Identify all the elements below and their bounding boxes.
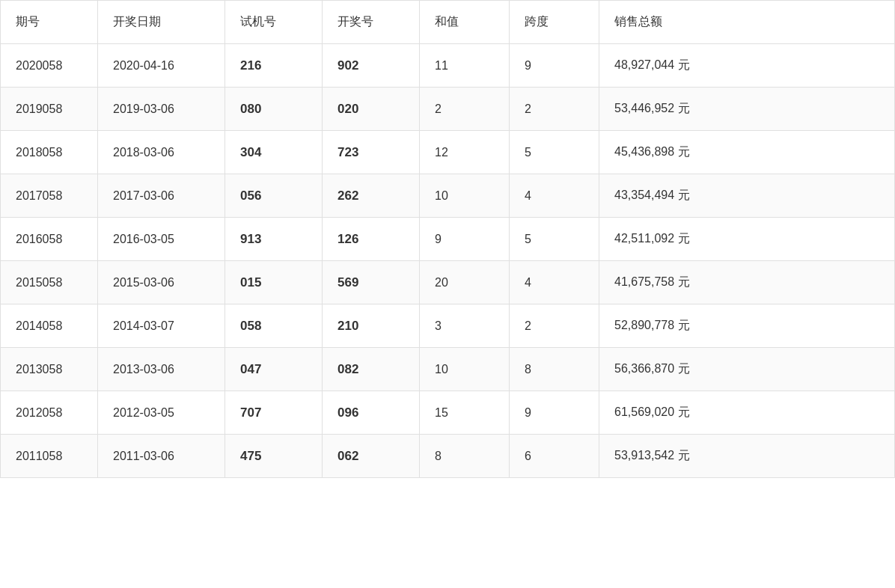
cell-qihao: 2016058: [1, 218, 98, 261]
cell-qihao: 2015058: [1, 261, 98, 304]
cell-shiji: 707: [225, 391, 323, 435]
header-xiaoshou: 销售总额: [599, 1, 895, 44]
cell-kaijang: 062: [323, 435, 420, 478]
cell-kaijang: 723: [323, 131, 420, 174]
cell-xiaoshou: 56,366,870 元: [599, 348, 895, 391]
cell-date: 2015-03-06: [98, 261, 225, 304]
cell-shiji: 056: [225, 174, 323, 218]
cell-kaijang: 262: [323, 174, 420, 218]
header-date: 开奖日期: [98, 1, 225, 44]
table-row: 20200582020-04-1621690211948,927,044 元: [1, 44, 895, 88]
cell-xiaoshou: 48,927,044 元: [599, 44, 895, 88]
bold-shiji: 913: [240, 232, 261, 246]
table-row: 20160582016-03-059131269542,511,092 元: [1, 218, 895, 261]
cell-kuadu: 4: [510, 174, 599, 218]
bold-kaijang: 723: [337, 145, 358, 159]
cell-date: 2018-03-06: [98, 131, 225, 174]
cell-date: 2013-03-06: [98, 348, 225, 391]
bold-kaijang: 096: [337, 405, 358, 420]
cell-kuadu: 5: [510, 218, 599, 261]
bold-shiji: 056: [240, 189, 261, 203]
cell-kuadu: 5: [510, 131, 599, 174]
bold-kaijang: 062: [337, 449, 358, 463]
bold-kaijang: 020: [337, 102, 358, 116]
cell-shiji: 913: [225, 218, 323, 261]
header-qihao: 期号: [1, 1, 98, 44]
cell-kuadu: 9: [510, 391, 599, 435]
cell-qihao: 2014058: [1, 304, 98, 348]
cell-shiji: 304: [225, 131, 323, 174]
cell-hezhi: 15: [420, 391, 510, 435]
cell-qihao: 2017058: [1, 174, 98, 218]
cell-date: 2012-03-05: [98, 391, 225, 435]
cell-hezhi: 10: [420, 348, 510, 391]
cell-kaijang: 126: [323, 218, 420, 261]
cell-date: 2011-03-06: [98, 435, 225, 478]
table-row: 20110582011-03-064750628653,913,542 元: [1, 435, 895, 478]
cell-hezhi: 10: [420, 174, 510, 218]
bold-kaijang: 569: [337, 275, 358, 290]
cell-xiaoshou: 45,436,898 元: [599, 131, 895, 174]
cell-shiji: 015: [225, 261, 323, 304]
cell-qihao: 2020058: [1, 44, 98, 88]
cell-shiji: 216: [225, 44, 323, 88]
cell-hezhi: 9: [420, 218, 510, 261]
cell-xiaoshou: 53,446,952 元: [599, 88, 895, 131]
bold-shiji: 216: [240, 58, 261, 73]
cell-hezhi: 2: [420, 88, 510, 131]
header-shiji: 试机号: [225, 1, 323, 44]
bold-kaijang: 210: [337, 319, 358, 333]
cell-date: 2016-03-05: [98, 218, 225, 261]
cell-kuadu: 4: [510, 261, 599, 304]
cell-kuadu: 2: [510, 88, 599, 131]
header-kaijang: 开奖号: [323, 1, 420, 44]
bold-kaijang: 262: [337, 189, 358, 203]
bold-kaijang: 082: [337, 362, 358, 376]
cell-date: 2014-03-07: [98, 304, 225, 348]
header-hezhi: 和值: [420, 1, 510, 44]
cell-xiaoshou: 52,890,778 元: [599, 304, 895, 348]
lottery-table: 期号 开奖日期 试机号 开奖号 和值 跨度 销售总额 20200582020-0…: [0, 0, 895, 478]
cell-qihao: 2012058: [1, 391, 98, 435]
header-kuadu: 跨度: [510, 1, 599, 44]
bold-shiji: 058: [240, 319, 261, 333]
cell-kaijang: 082: [323, 348, 420, 391]
cell-xiaoshou: 43,354,494 元: [599, 174, 895, 218]
cell-qihao: 2019058: [1, 88, 98, 131]
cell-xiaoshou: 42,511,092 元: [599, 218, 895, 261]
cell-kaijang: 569: [323, 261, 420, 304]
cell-shiji: 058: [225, 304, 323, 348]
bold-kaijang: 126: [337, 232, 358, 246]
cell-shiji: 080: [225, 88, 323, 131]
cell-xiaoshou: 53,913,542 元: [599, 435, 895, 478]
bold-shiji: 304: [240, 145, 261, 159]
cell-date: 2017-03-06: [98, 174, 225, 218]
bold-kaijang: 902: [337, 58, 358, 73]
cell-kuadu: 9: [510, 44, 599, 88]
cell-qihao: 2011058: [1, 435, 98, 478]
bold-shiji: 015: [240, 275, 261, 290]
table-row: 20120582012-03-0570709615961,569,020 元: [1, 391, 895, 435]
cell-kuadu: 6: [510, 435, 599, 478]
cell-qihao: 2013058: [1, 348, 98, 391]
cell-hezhi: 12: [420, 131, 510, 174]
cell-shiji: 475: [225, 435, 323, 478]
table-header-row: 期号 开奖日期 试机号 开奖号 和值 跨度 销售总额: [1, 1, 895, 44]
cell-kaijang: 210: [323, 304, 420, 348]
cell-kuadu: 8: [510, 348, 599, 391]
table-row: 20190582019-03-060800202253,446,952 元: [1, 88, 895, 131]
cell-kaijang: 020: [323, 88, 420, 131]
bold-shiji: 080: [240, 102, 261, 116]
cell-xiaoshou: 61,569,020 元: [599, 391, 895, 435]
table-row: 20140582014-03-070582103252,890,778 元: [1, 304, 895, 348]
cell-hezhi: 8: [420, 435, 510, 478]
table-row: 20150582015-03-0601556920441,675,758 元: [1, 261, 895, 304]
cell-hezhi: 3: [420, 304, 510, 348]
bold-shiji: 047: [240, 362, 261, 376]
table-row: 20170582017-03-0605626210443,354,494 元: [1, 174, 895, 218]
cell-qihao: 2018058: [1, 131, 98, 174]
cell-hezhi: 11: [420, 44, 510, 88]
cell-kaijang: 096: [323, 391, 420, 435]
cell-shiji: 047: [225, 348, 323, 391]
cell-date: 2020-04-16: [98, 44, 225, 88]
